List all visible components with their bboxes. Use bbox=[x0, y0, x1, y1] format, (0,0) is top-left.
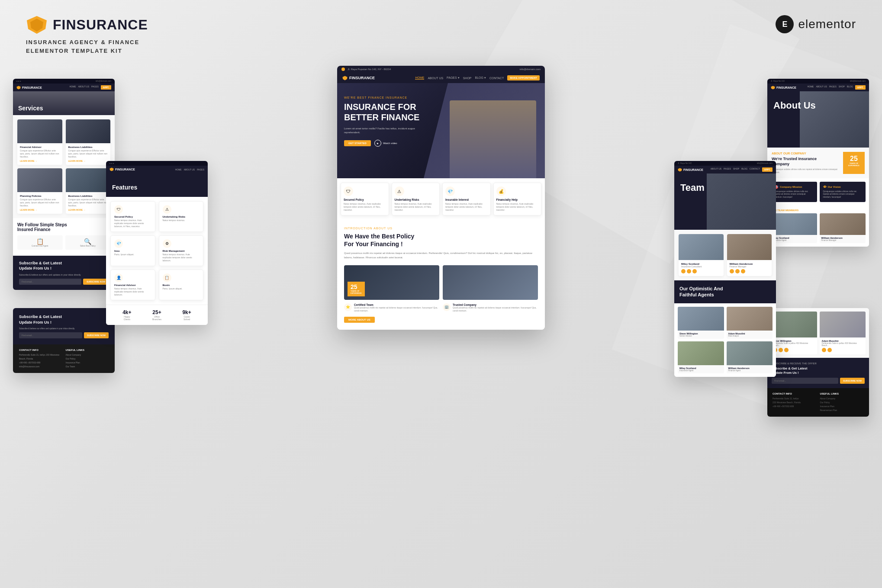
service-card-1[interactable]: ⚠ Undertaking Risks Natus tempus vivamus… bbox=[392, 183, 440, 215]
team-nav-pages[interactable]: PAGES bbox=[724, 167, 731, 172]
features-nav[interactable]: FINSURANCE HOME ABOUT US PAGES bbox=[106, 166, 208, 173]
about-team-1: William Henderson Finance Manager bbox=[820, 213, 866, 243]
nav-cta-btn[interactable]: MAKE APPOINTMENT bbox=[507, 75, 540, 80]
service-card-2[interactable]: 💎 Insurable Interest Natus tempus vivamu… bbox=[442, 183, 491, 215]
nav-brand: FINSURANCE bbox=[349, 76, 375, 80]
svc-link-3[interactable]: LEARN MORE → bbox=[68, 209, 108, 211]
hero-buttons: GET STARTED ▶ Watch video bbox=[344, 140, 422, 147]
features-nav-links: HOME ABOUT US PAGES bbox=[175, 168, 204, 171]
team-more-card-1[interactable]: Adam Musolini Perferendis Suite is pellu… bbox=[820, 312, 866, 354]
team-more-card-0[interactable]: Steve Willington Perferendis Suite is pe… bbox=[771, 312, 817, 354]
trust-title-1: Trusted Company bbox=[453, 303, 538, 306]
hero-cta-btn[interactable]: GET STARTED bbox=[344, 140, 371, 146]
feat-card-3[interactable]: ⚙ Risk Management Natus tempus vivamus. … bbox=[159, 235, 204, 266]
services-nav-links: HOME ABOUT US PAGES APPT. bbox=[70, 85, 112, 90]
agent-card-0[interactable]: Steve Willington Senior Advisor bbox=[678, 307, 724, 339]
services-nav[interactable]: FINSURANCE HOME ABOUT US PAGES APPT. bbox=[13, 84, 115, 91]
team-card-1[interactable]: William Henderson Finance Manager bbox=[727, 234, 772, 276]
svc-link-1[interactable]: LEARN MORE → bbox=[68, 160, 108, 162]
nav-about[interactable]: ABOUT US bbox=[428, 77, 443, 80]
social-btn-1[interactable] bbox=[779, 348, 783, 352]
about-nav[interactable]: FINSURANCE HOME ABOUT US PAGES SHOP BLOG… bbox=[767, 84, 869, 91]
team-nav[interactable]: FINSURANCE ABOUT US PAGES SHOP BLOG CONT… bbox=[674, 166, 776, 174]
elementor-logo: E elementor bbox=[776, 15, 856, 33]
agent-photo-0 bbox=[678, 307, 724, 331]
svc-nav-about[interactable]: ABOUT US bbox=[78, 85, 89, 90]
about-nav-about[interactable]: ABOUT US bbox=[816, 85, 827, 90]
about-nav-blog[interactable]: BLOG bbox=[847, 85, 853, 90]
svc-nav-home[interactable]: HOME bbox=[70, 85, 76, 90]
team-footer-link-0[interactable]: About Company bbox=[820, 397, 864, 401]
social-dot-2[interactable] bbox=[692, 269, 697, 273]
watch-video-btn[interactable]: ▶ Watch video bbox=[374, 140, 397, 147]
service-card-3[interactable]: 💰 Financially Help Natus tempus vivamus.… bbox=[493, 183, 542, 215]
nav-contact[interactable]: CONTACT bbox=[489, 77, 504, 80]
feat-nav-pages[interactable]: PAGES bbox=[197, 168, 204, 171]
team-footer-link-2[interactable]: Insurance Plan bbox=[820, 405, 864, 408]
svc-link-0[interactable]: LEARN MORE → bbox=[20, 160, 60, 162]
social-btn-2[interactable] bbox=[784, 348, 789, 352]
svc-card-2[interactable]: Planning Policies Congue quis experience… bbox=[17, 168, 62, 214]
svc-link-2[interactable]: LEARN MORE → bbox=[20, 209, 60, 211]
footer-link-3[interactable]: Our Team bbox=[66, 365, 109, 369]
team-footer-link-3[interactable]: Reserveman Plan bbox=[820, 408, 864, 412]
hero-person-image bbox=[450, 100, 536, 178]
agent-card-2[interactable]: Miley Scotland Insurance Agent bbox=[678, 341, 724, 373]
feat-nav-about[interactable]: ABOUT US bbox=[184, 168, 195, 171]
nav-blog[interactable]: BLOG ▾ bbox=[475, 76, 486, 80]
team-card-0[interactable]: Miley Scotland Insurance Consultant bbox=[679, 234, 724, 276]
team-nav-shop[interactable]: SHOP bbox=[733, 167, 739, 172]
subscribe-dark-input[interactable] bbox=[19, 332, 82, 338]
feat-nav-home[interactable]: HOME bbox=[175, 168, 182, 171]
svc-title-3: Business Liabilities bbox=[68, 195, 108, 197]
site-nav[interactable]: FINSURANCE HOME ABOUT US PAGES ▾ SHOP BL… bbox=[337, 73, 545, 83]
svc-card-3[interactable]: Business Liabilities Congue quis experie… bbox=[66, 168, 111, 214]
svc-nav-btn[interactable]: APPT. bbox=[101, 85, 111, 90]
feat-card-0[interactable]: 🛡 Secured Policy Natus tempus vivamus. A… bbox=[110, 201, 155, 232]
team-nav-btn[interactable]: APPT. bbox=[762, 167, 773, 172]
feat-card-4[interactable]: 👤 Financial Advisor Natus tempus vivamus… bbox=[110, 270, 155, 300]
team-footer-link-1[interactable]: Our Policy bbox=[820, 401, 864, 405]
team-nav-about[interactable]: ABOUT US bbox=[711, 167, 721, 172]
footer-link-1[interactable]: Our Policy bbox=[66, 357, 109, 361]
team-sub-input[interactable] bbox=[772, 378, 838, 384]
social-dot-1[interactable] bbox=[687, 269, 691, 273]
footer-link-0[interactable]: About Company bbox=[66, 353, 109, 357]
services-grid: Financial Advisor Congue quis experience… bbox=[13, 115, 115, 218]
about-nav-shop[interactable]: SHOP bbox=[839, 85, 845, 90]
nav-shop[interactable]: SHOP bbox=[463, 77, 472, 80]
feat-card-1[interactable]: ⚠ Undertaking Risks Natus tempus vivamus… bbox=[159, 201, 204, 232]
nav-logo-icon bbox=[342, 76, 348, 80]
service-card-0[interactable]: 🛡 Secured Policy Natus tempus vivamus. A… bbox=[341, 183, 389, 215]
footer-link-2[interactable]: Insurance Plan bbox=[66, 361, 109, 365]
about-title: We Have the Best Policy For Your Financi… bbox=[344, 232, 538, 248]
agent-card-3[interactable]: William Henderson Finance Agent bbox=[727, 341, 773, 373]
svc-card-1[interactable]: Business Liabilities Congue quis experie… bbox=[66, 119, 111, 165]
subscribe-dark-btn[interactable]: SUBSCRIBE NOW bbox=[84, 332, 109, 338]
svc-nav-pages[interactable]: PAGES bbox=[91, 85, 99, 90]
social-dot-3[interactable] bbox=[730, 269, 734, 273]
feat-card-5[interactable]: 📋 Busin Partu. Ipsum aliquet. bbox=[159, 270, 204, 300]
subscribe-btn[interactable]: SUBSCRIBE NOW bbox=[83, 279, 109, 285]
feat-card-2[interactable]: 💎 Insu Partu. Ipsum aliquet. bbox=[110, 235, 155, 266]
team-sub-label: SUBSCRIBE & RECEIVE THE OFFER bbox=[772, 362, 865, 365]
team-nav-contact[interactable]: CONTACT bbox=[750, 167, 760, 172]
nav-home[interactable]: HOME bbox=[415, 76, 424, 80]
about-nav-btn[interactable]: APPT. bbox=[855, 85, 866, 90]
svc-card-0[interactable]: Financial Advisor Congue quis experience… bbox=[17, 119, 62, 165]
nav-pages[interactable]: PAGES ▾ bbox=[447, 76, 460, 80]
social-dot-4[interactable] bbox=[735, 269, 740, 273]
team-sub-btn[interactable]: SUBSCRIBE NOW bbox=[840, 378, 865, 384]
team-nav-blog[interactable]: BLOG bbox=[741, 167, 747, 172]
agent-card-1[interactable]: Adam Musolini Risk Analyst bbox=[727, 307, 773, 339]
about-nav-home[interactable]: HOME bbox=[807, 85, 814, 90]
more-about-btn[interactable]: MORE ABOUT US bbox=[344, 317, 375, 323]
about-nav-pages[interactable]: PAGES bbox=[829, 85, 837, 90]
certified-icon: ⭐ bbox=[344, 303, 352, 311]
social-btn-4[interactable] bbox=[827, 348, 832, 352]
about-topbar: Jl. Raya No 142 info@domain.com bbox=[767, 79, 869, 84]
social-dot-0[interactable] bbox=[681, 269, 686, 273]
subscribe-input[interactable] bbox=[19, 279, 81, 285]
social-btn-3[interactable] bbox=[822, 348, 826, 352]
social-dot-5[interactable] bbox=[741, 269, 745, 273]
